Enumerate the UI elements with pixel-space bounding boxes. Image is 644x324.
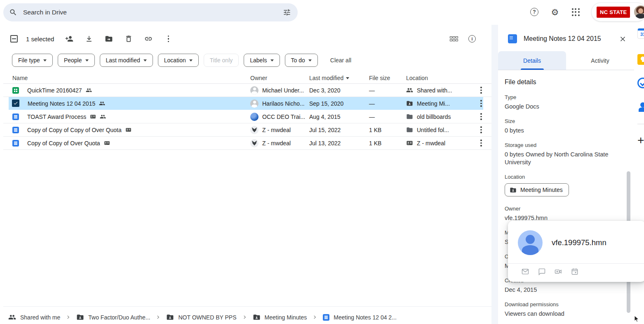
table-row-selected[interactable]: Meeting Notes 12 04 2015 Harilaos Nicho.… bbox=[3, 97, 491, 110]
send-email-button[interactable] bbox=[521, 267, 529, 276]
tasks-app-icon[interactable] bbox=[637, 78, 644, 88]
file-details-title: File details bbox=[505, 78, 624, 86]
delete-button[interactable] bbox=[124, 34, 133, 43]
apps-launcher-button[interactable] bbox=[571, 7, 581, 17]
google-drive-app: { "topbar": { "search_placeholder": "Sea… bbox=[0, 0, 644, 324]
add-apps-button[interactable]: + bbox=[637, 135, 644, 146]
search-options-icon[interactable] bbox=[283, 8, 291, 17]
table-row[interactable]: TOAST Award Process OCC DEO Trai... Aug … bbox=[3, 110, 491, 123]
filter-location[interactable]: Location bbox=[158, 54, 199, 67]
header-name[interactable]: Name bbox=[12, 75, 250, 81]
filter-labels[interactable]: Labels bbox=[244, 54, 280, 67]
storage-label: Storage used bbox=[505, 142, 624, 148]
get-link-button[interactable] bbox=[144, 34, 153, 43]
video-plus-icon bbox=[554, 267, 562, 276]
location-chip[interactable]: Meeting Mi... bbox=[406, 100, 471, 107]
docs-file-icon bbox=[508, 34, 517, 43]
filter-people[interactable]: People bbox=[58, 54, 95, 67]
owner-label: Owner bbox=[505, 206, 624, 212]
filter-chips: File type People Last modified Location … bbox=[3, 49, 491, 73]
shared-folder-icon bbox=[510, 187, 517, 194]
breadcrumb-folder[interactable]: Two Factor/Duo Authe... bbox=[76, 313, 150, 321]
tab-details[interactable]: Details bbox=[498, 51, 566, 70]
close-icon bbox=[619, 35, 627, 43]
chevron-down-icon bbox=[308, 59, 312, 61]
download-permissions-value: Viewers can download bbox=[505, 310, 620, 318]
table-row[interactable]: Copy of Copy of Over Quota Z - mwdeal Ju… bbox=[3, 137, 491, 150]
contacts-app-icon[interactable] bbox=[637, 101, 644, 112]
breadcrumb-shared-with-me[interactable]: Shared with me bbox=[8, 313, 60, 321]
chevron-right-icon bbox=[156, 315, 160, 319]
table-row[interactable]: QuickTime 20160427 Michael Under... Dec … bbox=[3, 84, 491, 97]
row-menu-button[interactable] bbox=[471, 100, 491, 107]
help-button[interactable]: ? bbox=[529, 7, 539, 17]
panel-gap bbox=[491, 25, 498, 324]
more-actions-button[interactable] bbox=[164, 34, 173, 43]
shared-people-icon bbox=[100, 114, 106, 120]
sheets-file-icon bbox=[12, 87, 19, 94]
docs-file-icon bbox=[12, 114, 19, 120]
header-last-modified[interactable]: Last modified bbox=[309, 75, 369, 81]
search-icon bbox=[9, 8, 17, 17]
close-panel-button[interactable] bbox=[618, 34, 628, 44]
chevron-down-icon bbox=[270, 59, 274, 61]
calendar-app-icon[interactable]: 31 bbox=[637, 28, 644, 39]
header-location[interactable]: Location bbox=[406, 75, 471, 81]
team-badge-icon bbox=[104, 140, 110, 146]
row-menu-button[interactable] bbox=[471, 140, 491, 147]
filter-file-type[interactable]: File type bbox=[12, 54, 53, 67]
info-icon: i bbox=[468, 35, 476, 43]
owner-name: Z - mwdeal bbox=[262, 127, 291, 133]
filter-to-do[interactable]: To do bbox=[285, 54, 318, 67]
location-chip[interactable]: Shared with... bbox=[406, 87, 471, 94]
breadcrumb-folder[interactable]: NOT OWNED BY PPS bbox=[166, 313, 236, 321]
video-call-button[interactable] bbox=[554, 267, 562, 276]
tab-activity[interactable]: Activity bbox=[566, 51, 634, 70]
breadcrumb-file[interactable]: Meeting Notes 12 04 2... bbox=[323, 314, 397, 321]
chevron-down-icon bbox=[143, 59, 147, 61]
row-checkbox-checked[interactable] bbox=[12, 99, 19, 107]
breadcrumb-folder[interactable]: Meeting Minutes bbox=[253, 313, 307, 321]
account-pill[interactable]: NC STATE bbox=[591, 2, 644, 21]
row-menu-button[interactable] bbox=[471, 113, 491, 120]
table-row[interactable]: Copy of Copy of Copy of Over Quota Z - m… bbox=[3, 123, 491, 137]
view-details-button[interactable]: i bbox=[468, 34, 477, 43]
team-badge-icon bbox=[125, 127, 132, 133]
download-button[interactable] bbox=[85, 34, 94, 43]
location-chip[interactable]: Z - mwdeal bbox=[406, 140, 471, 147]
location-chip[interactable]: Untitled fol... bbox=[406, 126, 471, 133]
panel-tabs: Details Activity bbox=[498, 51, 634, 70]
file-name: Copy of Copy of Over Quota bbox=[27, 140, 100, 147]
grid-view-button[interactable] bbox=[449, 34, 458, 43]
shared-folder-icon bbox=[76, 313, 84, 321]
owner-name: Michael Under... bbox=[262, 87, 304, 94]
gear-icon: ⚙ bbox=[551, 8, 559, 17]
drive-search-bar[interactable] bbox=[3, 3, 298, 21]
chevron-down-icon bbox=[43, 59, 47, 61]
breadcrumb-label: Meeting Notes 12 04 2... bbox=[334, 314, 397, 321]
chevron-down-icon bbox=[85, 59, 89, 61]
location-folder-chip[interactable]: Meeting Minutes bbox=[505, 183, 569, 196]
settings-button[interactable]: ⚙ bbox=[550, 7, 560, 17]
file-name: Copy of Copy of Copy of Over Quota bbox=[27, 127, 122, 133]
owner-avatar bbox=[250, 139, 259, 147]
search-input[interactable] bbox=[23, 9, 283, 16]
share-button[interactable] bbox=[65, 34, 74, 43]
keep-app-icon[interactable] bbox=[637, 54, 644, 65]
move-button[interactable] bbox=[104, 34, 113, 43]
breadcrumb-label: Two Factor/Duo Authe... bbox=[88, 314, 150, 321]
row-menu-button[interactable] bbox=[471, 87, 491, 94]
header-file-size[interactable]: File size bbox=[369, 75, 406, 81]
filter-last-modified[interactable]: Last modified bbox=[100, 54, 153, 67]
card-divider bbox=[3, 306, 491, 307]
schedule-event-button[interactable] bbox=[571, 267, 579, 276]
start-chat-button[interactable] bbox=[538, 267, 546, 276]
deselect-all-checkbox[interactable] bbox=[10, 35, 18, 43]
clear-all-filters[interactable]: Clear all bbox=[330, 57, 351, 64]
details-panel-header: Meeting Notes 12 04 2015 bbox=[498, 25, 634, 51]
header-owner[interactable]: Owner bbox=[250, 75, 309, 81]
email-icon bbox=[521, 267, 529, 276]
location-chip[interactable]: old billboards bbox=[406, 113, 471, 120]
filter-title-only[interactable]: Title only bbox=[204, 54, 239, 67]
row-menu-button[interactable] bbox=[471, 126, 491, 133]
